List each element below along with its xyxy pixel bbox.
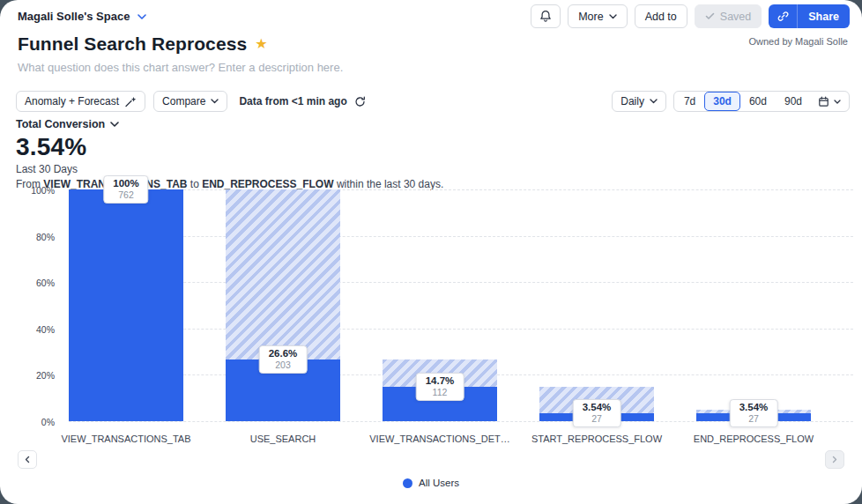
notifications-button[interactable]	[531, 4, 561, 28]
bar-column: 3.54%27START_REPROCESS_FLOW	[539, 189, 654, 421]
interval-label: Daily	[620, 95, 644, 107]
y-axis-tick: 20%	[36, 370, 55, 381]
dropoff-segment[interactable]	[226, 189, 340, 359]
favorite-star-icon[interactable]: ★	[255, 37, 267, 51]
y-axis-tick: 60%	[36, 278, 55, 288]
y-axis-tick: 40%	[36, 324, 55, 335]
bar-column: 14.7%112VIEW_TRANSACTIONS_DET…	[383, 189, 497, 421]
space-breadcrumb[interactable]: Magali Solle's Space	[18, 10, 146, 23]
legend-item[interactable]: All Users	[403, 478, 459, 488]
fromto-suffix: within the last 30 days.	[337, 178, 443, 190]
bell-icon	[539, 10, 552, 23]
link-icon	[777, 11, 789, 22]
x-axis-label: VIEW_TRANSACTIONS_DET…	[369, 434, 510, 444]
fromto-mid: to	[190, 178, 199, 190]
chevron-down-icon	[609, 14, 617, 19]
anomaly-forecast-button[interactable]: Anomaly + Forecast	[16, 91, 145, 112]
chip-count: 203	[269, 359, 298, 370]
value-chip: 26.6%203	[259, 345, 308, 374]
next-page-button[interactable]	[825, 450, 844, 469]
legend-label: All Users	[419, 478, 459, 488]
range-60d[interactable]: 60d	[740, 92, 776, 111]
toolbar-left: Anomaly + Forecast Compare Data from <1 …	[16, 91, 366, 112]
saved-button-label: Saved	[720, 11, 751, 23]
bar-column: 26.6%203USE_SEARCH	[226, 189, 340, 421]
more-button[interactable]: More	[568, 4, 627, 28]
forecast-sparkle-icon	[124, 96, 137, 107]
toolbar-right: Daily 7d30d60d90d	[612, 91, 850, 112]
funnel-step: 100%762VIEW_TRANSACTIONS_TAB	[69, 189, 226, 421]
metric-dropdown[interactable]: Total Conversion	[16, 118, 443, 130]
metric-period: Last 30 Days	[16, 163, 443, 175]
metric-summary: Total Conversion 3.54% Last 30 Days From…	[16, 118, 443, 190]
calendar-dropdown[interactable]	[811, 96, 848, 107]
more-button-label: More	[578, 11, 603, 23]
x-axis-label: END_REPROCESS_FLOW	[694, 434, 814, 444]
range-items: 7d30d60d90d	[675, 92, 811, 111]
description-placeholder[interactable]: What question does this chart answer? En…	[18, 61, 343, 74]
bar-column: 100%762VIEW_TRANSACTIONS_TAB	[69, 189, 183, 421]
chip-count: 762	[113, 189, 138, 200]
compare-label: Compare	[162, 95, 205, 107]
x-axis-label: START_REPROCESS_FLOW	[531, 434, 662, 444]
chart-card: Magali Solle's Space More Add to Saved	[0, 0, 862, 504]
share-button-label: Share	[808, 11, 839, 23]
share-split-button: Share	[769, 4, 850, 28]
chip-percent: 100%	[113, 178, 138, 189]
chip-percent: 3.54%	[583, 402, 612, 412]
range-7d[interactable]: 7d	[675, 92, 704, 111]
chip-percent: 14.7%	[426, 375, 455, 386]
space-name: Magali Solle's Space	[18, 10, 130, 23]
range-30d[interactable]: 30d	[704, 92, 740, 111]
compare-button[interactable]: Compare	[153, 91, 227, 112]
interval-dropdown[interactable]: Daily	[612, 91, 666, 112]
add-to-button[interactable]: Add to	[635, 4, 687, 28]
chevron-down-icon	[650, 99, 658, 104]
date-range-group: 7d30d60d90d	[673, 91, 850, 112]
metric-value: 3.54%	[16, 133, 443, 161]
funnel-step: 3.54%27START_REPROCESS_FLOW	[539, 189, 696, 421]
chevron-down-icon	[211, 99, 219, 104]
calendar-icon	[818, 96, 829, 107]
x-axis-label: USE_SEARCH	[250, 434, 316, 444]
chip-count: 27	[739, 413, 769, 424]
value-chip: 3.54%27	[573, 399, 621, 427]
data-freshness: Data from <1 min ago	[239, 95, 365, 107]
funnel-chart: 100%80%60%40%20%0%100%762VIEW_TRANSACTIO…	[69, 189, 853, 421]
legend-dot-icon	[403, 478, 412, 488]
metric-range-description: From VIEW_TRANSACTIONS_TAB to END_REPROC…	[16, 178, 443, 190]
funnel-step: 3.54%27END_REPROCESS_FLOW	[696, 189, 853, 421]
chip-count: 27	[583, 413, 612, 424]
metric-label: Total Conversion	[16, 118, 105, 130]
header-actions: More Add to Saved Share	[531, 4, 850, 28]
x-axis-label: VIEW_TRANSACTIONS_TAB	[61, 434, 190, 444]
conversion-bar[interactable]	[69, 189, 183, 421]
chart-legend: All Users	[0, 478, 862, 488]
saved-button[interactable]: Saved	[695, 4, 762, 28]
chevron-down-icon	[137, 14, 146, 19]
check-icon	[705, 12, 715, 20]
y-axis-tick: 100%	[31, 185, 55, 196]
chip-percent: 26.6%	[269, 348, 298, 359]
funnel-step: 14.7%112VIEW_TRANSACTIONS_DET…	[383, 189, 539, 421]
page-title: Funnel Search Reprocess	[18, 33, 247, 55]
prev-page-button[interactable]	[18, 450, 37, 469]
share-button[interactable]: Share	[798, 4, 850, 28]
funnel-plot: 100%80%60%40%20%0%100%762VIEW_TRANSACTIO…	[69, 189, 853, 421]
value-chip: 100%762	[103, 175, 148, 204]
value-chip: 14.7%112	[416, 373, 464, 401]
bar-column: 3.54%27END_REPROCESS_FLOW	[696, 189, 811, 421]
chip-percent: 3.54%	[739, 402, 769, 412]
value-chip: 3.54%27	[730, 399, 778, 427]
page-title-row: Funnel Search Reprocess ★	[18, 33, 268, 55]
data-freshness-label: Data from <1 min ago	[239, 95, 346, 107]
add-to-button-label: Add to	[645, 11, 677, 23]
anomaly-forecast-label: Anomaly + Forecast	[25, 95, 119, 107]
owned-by-label: Owned by Magali Solle	[748, 36, 848, 47]
to-event: END_REPROCESS_FLOW	[202, 178, 333, 190]
chevron-down-icon	[110, 122, 119, 127]
refresh-icon[interactable]	[354, 96, 366, 107]
range-90d[interactable]: 90d	[776, 92, 811, 111]
chevron-down-icon	[834, 100, 841, 104]
copy-link-button[interactable]	[769, 4, 798, 28]
